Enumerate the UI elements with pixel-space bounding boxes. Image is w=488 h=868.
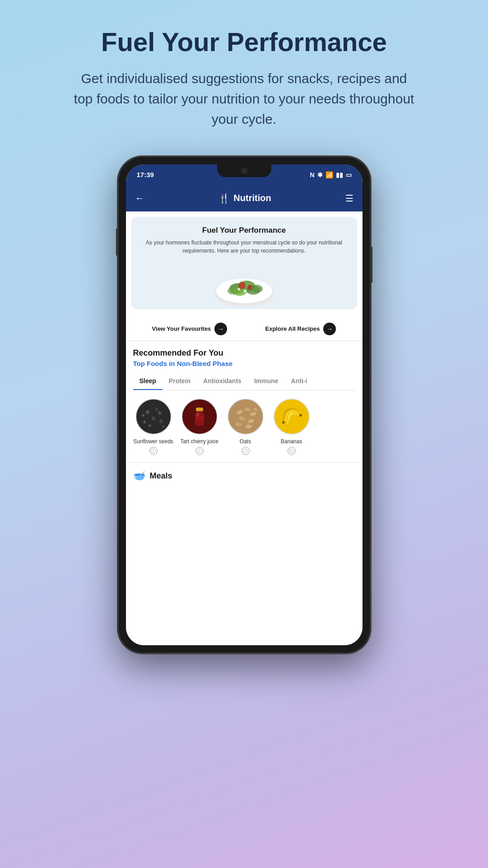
svg-point-38 <box>282 421 285 424</box>
food-name-bananas: Bananas <box>281 438 302 446</box>
section-title: Recommended For You <box>133 348 355 358</box>
hero-image <box>208 259 280 309</box>
food-item-sunflower-seeds: Sunflower seeds ⓘ <box>133 399 174 455</box>
food-grid: Sunflower seeds ⓘ <box>133 399 355 463</box>
svg-point-10 <box>228 287 238 295</box>
food-image-sunflower-seeds[interactable] <box>135 399 172 435</box>
tab-anti-inflammatory[interactable]: Anti-i <box>285 374 314 390</box>
hero-card: Fuel Your Performance As your hormones f… <box>131 217 357 309</box>
nutrition-icon: 🍴 <box>218 193 230 204</box>
svg-point-11 <box>251 285 263 293</box>
salad-illustration <box>208 259 280 309</box>
food-info-oats[interactable]: ⓘ <box>242 447 250 455</box>
svg-point-15 <box>151 416 155 420</box>
svg-point-27 <box>196 413 199 417</box>
food-item-oats: Oats ⓘ <box>225 399 266 455</box>
recommended-section: Recommended For You Top Foods in Non-Ble… <box>126 341 363 463</box>
nav-title-text: Nutrition <box>233 193 271 203</box>
phone-screen: 17:39 N ✱ 📶 ▮▮ ▭ ← 🍴 Nutrition ☰ <box>126 164 363 645</box>
signal-icon: ▮▮ <box>336 171 343 178</box>
back-button[interactable]: ← <box>135 192 145 204</box>
svg-point-37 <box>274 399 309 434</box>
food-name-oats: Oats <box>240 438 251 446</box>
menu-icon[interactable]: ☰ <box>345 193 353 204</box>
svg-point-6 <box>238 282 246 289</box>
nav-bar: ← 🍴 Nutrition ☰ <box>126 185 363 211</box>
wifi-icon: 📶 <box>325 171 333 178</box>
nav-title: 🍴 Nutrition <box>218 193 271 204</box>
recipes-button[interactable]: Explore All Recipes → <box>265 323 336 335</box>
nfc-icon: N <box>310 171 314 178</box>
camera <box>241 168 247 174</box>
favourites-arrow: → <box>214 323 227 335</box>
section-subtitle: Top Foods in Non-Bleed Phase <box>133 360 355 367</box>
svg-point-20 <box>162 425 165 428</box>
category-tabs: Sleep Protein Antioxidants Immune Anti-i <box>133 374 355 390</box>
svg-point-21 <box>142 414 144 417</box>
food-info-tart-cherry-juice[interactable]: ⓘ <box>195 447 204 455</box>
phone-mockup: 17:39 N ✱ 📶 ▮▮ ▭ ← 🍴 Nutrition ☰ <box>118 156 371 653</box>
svg-point-8 <box>244 290 246 292</box>
food-info-bananas[interactable]: ⓘ <box>288 447 296 455</box>
svg-point-16 <box>143 421 146 423</box>
svg-point-17 <box>159 419 163 423</box>
bluetooth-icon: ✱ <box>317 171 323 178</box>
tab-protein[interactable]: Protein <box>163 374 197 390</box>
svg-point-19 <box>158 411 161 414</box>
food-info-sunflower-seeds[interactable]: ⓘ <box>149 447 158 455</box>
svg-point-28 <box>228 399 263 434</box>
meals-title: Meals <box>150 471 172 481</box>
recipes-label: Explore All Recipes <box>265 325 320 332</box>
screen-content: Fuel Your Performance As your hormones f… <box>126 211 363 645</box>
status-icons: N ✱ 📶 ▮▮ ▭ <box>310 171 351 178</box>
phone-notch <box>217 164 271 177</box>
food-image-bananas[interactable] <box>274 399 310 435</box>
svg-point-13 <box>146 410 149 414</box>
food-name-sunflower-seeds: Sunflower seeds <box>133 438 173 446</box>
phone-frame: 17:39 N ✱ 📶 ▮▮ ▭ ← 🍴 Nutrition ☰ <box>118 156 371 653</box>
svg-rect-25 <box>196 408 203 411</box>
tab-immune[interactable]: Immune <box>248 374 285 390</box>
meals-icon: 🥣 <box>133 470 145 482</box>
recipes-arrow: → <box>323 323 336 335</box>
food-image-oats[interactable] <box>228 399 264 435</box>
tab-sleep[interactable]: Sleep <box>133 374 163 390</box>
food-item-tart-cherry-juice: Tart cherry juice ⓘ <box>179 399 220 455</box>
food-name-tart-cherry-juice: Tart cherry juice <box>180 438 218 446</box>
status-time: 17:39 <box>137 171 154 178</box>
battery-icon: ▭ <box>346 171 352 178</box>
food-image-tart-cherry-juice[interactable] <box>181 399 218 435</box>
svg-point-18 <box>149 424 151 427</box>
favourites-label: View Your Favourites <box>152 325 211 332</box>
hero-description: As your hormones fluctuate throughout yo… <box>139 239 350 255</box>
meals-section: 🥣 Meals <box>126 462 363 489</box>
tab-antioxidants[interactable]: Antioxidants <box>197 374 248 390</box>
actions-row: View Your Favourites → Explore All Recip… <box>126 314 363 341</box>
svg-point-14 <box>155 408 158 411</box>
page-title: Fuel Your Performance <box>101 27 387 57</box>
food-item-bananas: Bananas ⓘ <box>271 399 312 455</box>
svg-point-39 <box>299 414 302 417</box>
page-subtitle: Get individualised suggestions for snack… <box>73 68 416 129</box>
hero-title: Fuel Your Performance <box>139 226 350 235</box>
favourites-button[interactable]: View Your Favourites → <box>152 323 228 335</box>
